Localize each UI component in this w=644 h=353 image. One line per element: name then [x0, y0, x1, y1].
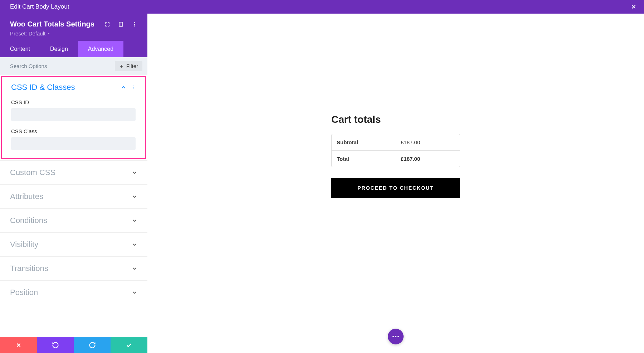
tablet-icon — [118, 21, 124, 27]
section-label: Custom CSS — [10, 168, 55, 177]
tab-advanced[interactable]: Advanced — [78, 41, 123, 57]
cart-totals-widget: Cart totals Subtotal £187.00 Total £187.… — [331, 114, 460, 198]
checkout-button[interactable]: PROCEED TO CHECKOUT — [331, 178, 460, 198]
settings-sidebar: Woo Cart Totals Settings Preset: Default… — [0, 14, 147, 353]
section-custom-css[interactable]: Custom CSS — [0, 160, 147, 184]
collapse-button[interactable] — [121, 84, 126, 90]
section-title[interactable]: CSS ID & Classes — [11, 83, 75, 92]
css-id-label: CSS ID — [11, 99, 136, 105]
footer-actions — [0, 337, 147, 353]
css-id-input[interactable] — [11, 108, 136, 121]
total-label: Total — [332, 151, 396, 167]
chevron-down-icon — [132, 242, 137, 247]
redo-button[interactable] — [74, 337, 111, 353]
options-scroll[interactable]: CSS ID & Classes CSS ID CSS Class Custom… — [0, 75, 147, 353]
tab-content[interactable]: Content — [0, 41, 40, 57]
cart-total-row: Total £187.00 — [332, 151, 460, 167]
search-row: Search Options Filter — [0, 57, 147, 75]
svg-point-3 — [134, 24, 135, 25]
css-class-input[interactable] — [11, 137, 136, 150]
undo-icon — [52, 342, 59, 349]
section-label: Conditions — [10, 216, 47, 225]
section-attributes[interactable]: Attributes — [0, 184, 147, 208]
more-vertical-icon — [132, 21, 137, 27]
total-value: £187.00 — [396, 151, 460, 167]
chevron-up-icon — [121, 84, 126, 90]
cart-subtotal-row: Subtotal £187.00 — [332, 134, 460, 151]
svg-point-2 — [134, 22, 135, 23]
section-conditions[interactable]: Conditions — [0, 208, 147, 232]
section-visibility[interactable]: Visibility — [0, 232, 147, 256]
cart-title: Cart totals — [331, 114, 460, 125]
close-button[interactable] — [630, 4, 637, 10]
close-icon — [630, 4, 637, 10]
section-label: Transitions — [10, 264, 48, 273]
top-bar-title: Edit Cart Body Layout — [10, 3, 69, 10]
section-more-button[interactable] — [131, 85, 136, 90]
cart-table: Subtotal £187.00 Total £187.00 — [331, 134, 460, 167]
undo-button[interactable] — [37, 337, 74, 353]
filter-label: Filter — [126, 63, 138, 69]
save-button[interactable] — [111, 337, 147, 353]
settings-title: Woo Cart Totals Settings — [10, 20, 94, 28]
filter-button[interactable]: Filter — [115, 61, 142, 71]
css-id-classes-section: CSS ID & Classes CSS ID CSS Class — [1, 76, 146, 159]
preset-selector[interactable]: Preset: Default — [10, 30, 137, 37]
svg-point-7 — [133, 88, 133, 89]
svg-point-4 — [134, 25, 135, 26]
caret-down-icon — [47, 32, 50, 35]
settings-header: Woo Cart Totals Settings Preset: Default — [0, 14, 147, 41]
svg-point-5 — [133, 86, 133, 86]
more-button[interactable] — [132, 21, 137, 27]
section-transitions[interactable]: Transitions — [0, 256, 147, 280]
chevron-down-icon — [132, 194, 137, 199]
css-class-label: CSS Class — [11, 128, 136, 134]
tabs: Content Design Advanced — [0, 41, 147, 57]
preview-pane: Cart totals Subtotal £187.00 Total £187.… — [147, 14, 644, 353]
chevron-down-icon — [132, 170, 137, 175]
close-icon — [15, 342, 22, 348]
subtotal-label: Subtotal — [332, 134, 396, 150]
chevron-down-icon — [132, 290, 137, 295]
discard-button[interactable] — [0, 337, 37, 353]
preset-label: Preset: Default — [10, 30, 45, 37]
redo-icon — [89, 342, 96, 349]
section-position[interactable]: Position — [0, 280, 147, 304]
svg-point-6 — [133, 87, 133, 88]
responsive-button[interactable] — [118, 21, 124, 27]
section-label: Attributes — [10, 192, 43, 201]
top-bar: Edit Cart Body Layout — [0, 0, 644, 14]
tab-design[interactable]: Design — [40, 41, 78, 57]
more-vertical-icon — [131, 85, 136, 90]
subtotal-value: £187.00 — [396, 134, 460, 150]
search-input[interactable]: Search Options — [10, 63, 115, 69]
expand-button[interactable] — [104, 21, 110, 27]
check-icon — [126, 342, 133, 349]
floating-action-button[interactable] — [388, 329, 404, 344]
fullscreen-icon — [104, 21, 110, 27]
chevron-down-icon — [132, 266, 137, 271]
more-horizontal-icon — [392, 336, 399, 337]
chevron-down-icon — [132, 218, 137, 223]
section-label: Position — [10, 288, 38, 297]
plus-icon — [119, 64, 124, 69]
section-label: Visibility — [10, 240, 38, 249]
